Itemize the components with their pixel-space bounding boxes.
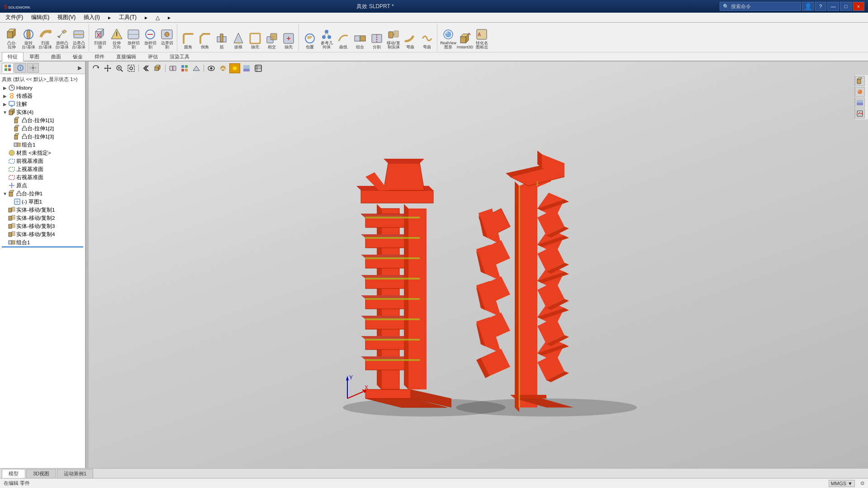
tree-item-sketch1[interactable]: (-) 草图1 xyxy=(0,198,85,206)
minimize-button[interactable]: — xyxy=(827,2,839,11)
deform-copy-button[interactable]: 移动/复制实体 xyxy=(385,27,402,51)
curve-button[interactable]: 曲线 xyxy=(335,27,351,51)
loft-cut-button[interactable]: 放样切割 xyxy=(125,27,142,51)
lighting-button[interactable] xyxy=(229,63,240,73)
tree-item-annotation[interactable]: ▶ 注解 xyxy=(0,100,85,108)
menu-delta[interactable]: △ xyxy=(152,14,163,22)
tab-weld[interactable]: 焊件 xyxy=(89,52,110,62)
units-selector[interactable]: MMGS ▼ xyxy=(829,480,855,487)
draft-button[interactable]: 拔模 xyxy=(230,27,247,51)
revolve-cut-button[interactable]: 放样切割 xyxy=(142,27,158,51)
sweep-button[interactable]: 扫描台/基体 xyxy=(37,27,53,51)
previous-view-button[interactable] xyxy=(141,63,152,73)
tree-item-boss3[interactable]: 凸台-拉伸1[3] xyxy=(0,133,85,141)
tab-model[interactable]: 模型 xyxy=(2,469,25,478)
user-icon[interactable]: 👤 xyxy=(802,2,814,11)
close-button[interactable]: × xyxy=(853,2,864,11)
realview-button[interactable]: RealView图形 xyxy=(440,27,456,51)
bend-button[interactable]: 弯曲 xyxy=(402,27,418,51)
tree-item-move-copy2[interactable]: 实体-移动/复制2 xyxy=(0,214,85,222)
tree-item-boss2[interactable]: 凸台-拉伸1[2] xyxy=(0,124,85,133)
rp-scene-button[interactable] xyxy=(855,98,865,108)
chamfer-button[interactable]: 倒角 xyxy=(197,27,213,51)
tab-direct-edit[interactable]: 直接编辑 xyxy=(110,52,142,62)
cut-extrude-button[interactable]: 扫描切除 xyxy=(92,27,108,51)
menu-arrow3[interactable]: ▸ xyxy=(164,14,174,22)
tree-item-sensor[interactable]: ▶ 传感器 xyxy=(0,92,85,100)
tree-item-top-plane[interactable]: 上视基准面 xyxy=(0,165,85,173)
display-style-button[interactable] xyxy=(191,63,202,73)
tab-evaluate[interactable]: 评估 xyxy=(142,52,164,62)
boundary-cut-button[interactable]: 边界切割 xyxy=(159,27,175,51)
revolve-button[interactable]: 旋转台/基体 xyxy=(20,27,37,51)
tab-motion[interactable]: 运动算例1 xyxy=(57,469,93,478)
intersect-button[interactable]: 相交 xyxy=(264,27,280,51)
tree-item-move-copy4[interactable]: 实体-移动/复制4 xyxy=(0,230,85,238)
menu-arrow1[interactable]: ▸ xyxy=(104,14,114,22)
combine-button[interactable]: 组合 xyxy=(352,27,368,51)
wrap-button[interactable]: 包覆 xyxy=(302,27,318,51)
view-settings-button[interactable] xyxy=(253,63,264,73)
tab-feature[interactable]: 特征 xyxy=(2,52,24,62)
rotate-view-button[interactable] xyxy=(90,63,101,73)
maximize-button[interactable]: □ xyxy=(840,2,852,11)
feature-tree-tab[interactable] xyxy=(2,63,14,73)
menu-tools[interactable]: 工具(T) xyxy=(115,13,140,22)
tree-item-move-copy1[interactable]: 实体-移动/复制1 xyxy=(0,206,85,214)
pan-view-button[interactable] xyxy=(102,63,113,73)
zoom-select-button[interactable] xyxy=(126,63,137,73)
viewport[interactable]: Y X xyxy=(89,62,868,468)
zoom-button[interactable] xyxy=(114,63,125,73)
tree-item-front-plane[interactable]: 前视基准面 xyxy=(0,157,85,165)
panel-expand-button[interactable]: ▶ xyxy=(76,64,83,71)
view-orient-button[interactable] xyxy=(179,63,190,73)
menu-edit[interactable]: 编辑(E) xyxy=(28,13,53,22)
tree-item-combine1[interactable]: 组合1 xyxy=(0,141,85,149)
tree-item-boss-extrude1[interactable]: ▼ 凸台-拉伸1 xyxy=(0,190,85,198)
tab-render[interactable]: 渲染工具 xyxy=(164,52,195,62)
status-icon[interactable]: ⊙ xyxy=(860,480,864,486)
rp-appearance-button[interactable] xyxy=(855,87,865,97)
apply-scene-button[interactable] xyxy=(241,63,252,73)
section-view-button[interactable] xyxy=(167,63,178,73)
help-button[interactable]: ? xyxy=(815,2,826,11)
property-tab[interactable] xyxy=(14,63,26,73)
fillet-button[interactable]: 圆角 xyxy=(180,27,196,51)
tree-item-move-copy3[interactable]: 实体-移动/复制3 xyxy=(0,222,85,230)
ref-geometry-button[interactable]: 参考几何体 xyxy=(318,27,335,51)
tab-3dview[interactable]: 3D视图 xyxy=(26,469,56,478)
menu-file[interactable]: 文件(F) xyxy=(2,13,27,22)
tree-item-origin[interactable]: 原点 xyxy=(0,181,85,190)
tree-item-history[interactable]: ▶ History xyxy=(0,84,85,92)
tree-item-boss1[interactable]: 凸台-拉伸1[1] xyxy=(0,116,85,124)
tab-sketch[interactable]: 草图 xyxy=(24,52,45,62)
rib-button[interactable]: 筋 xyxy=(213,27,230,51)
menu-view[interactable]: 视图(V) xyxy=(54,13,79,22)
tree-item-right-plane[interactable]: 右视基准面 xyxy=(0,173,85,181)
split-button[interactable]: 分割 xyxy=(369,27,385,51)
tab-surface[interactable]: 曲面 xyxy=(45,52,67,62)
loft-button[interactable]: 放样凸台/基体 xyxy=(54,27,70,51)
rp-feature-button[interactable] xyxy=(855,76,865,86)
flex-button[interactable]: 弯曲 xyxy=(419,27,435,51)
tree-item-bodies[interactable]: ▼ 实体(4) xyxy=(0,108,85,116)
tree-item-combine-final[interactable]: 组合1 xyxy=(0,238,85,246)
instant3d-button[interactable]: Instant3D xyxy=(457,27,473,51)
boss-extrude-button[interactable]: 凸台-拉伸 xyxy=(4,27,20,51)
standard-view-button[interactable] xyxy=(152,63,163,73)
extract-button[interactable]: 抽壳 xyxy=(280,27,297,51)
edit-appear-button[interactable] xyxy=(218,63,228,73)
tab-sheet-metal[interactable]: 钣金 xyxy=(67,52,89,62)
menu-arrow2[interactable]: ▸ xyxy=(141,14,151,22)
hide-show-button[interactable] xyxy=(206,63,217,73)
svg-text:A: A xyxy=(478,32,481,37)
rp-decal-button[interactable] xyxy=(855,109,865,118)
shell-button[interactable]: 抽壳 xyxy=(247,27,263,51)
tree-item-material[interactable]: 材质 <未指定> xyxy=(0,149,85,157)
search-box[interactable]: 🔍 搜索命令 xyxy=(720,2,801,11)
config-tab[interactable] xyxy=(27,63,39,73)
special-name-button[interactable]: A 转化名图标志 xyxy=(474,27,490,51)
direction-button[interactable]: 拉伸方向 xyxy=(109,27,125,51)
menu-insert[interactable]: 插入(I) xyxy=(80,13,103,22)
edge-boss-button[interactable]: 边界凸台/基体 xyxy=(71,27,87,51)
